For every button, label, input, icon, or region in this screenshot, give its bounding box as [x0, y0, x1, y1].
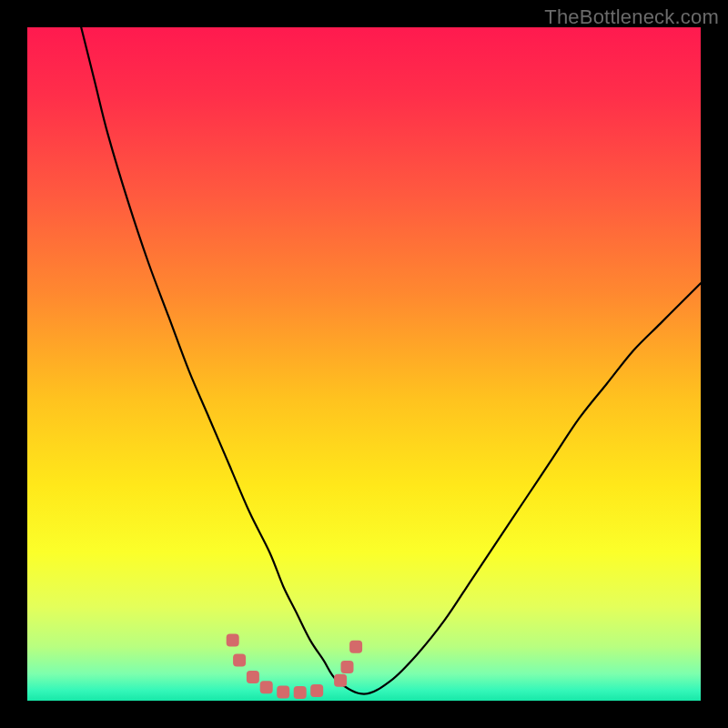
plot-area — [27, 27, 701, 701]
marker-dot — [294, 686, 307, 699]
chart-frame: TheBottleneck.com — [0, 0, 728, 728]
gradient-background — [27, 27, 701, 701]
marker-dot — [233, 654, 246, 667]
marker-dot — [247, 671, 259, 683]
marker-dot — [341, 661, 354, 673]
marker-dot — [277, 685, 289, 698]
watermark-text: TheBottleneck.com — [544, 5, 719, 29]
marker-dot — [227, 633, 239, 646]
marker-dot — [260, 681, 273, 693]
marker-dot — [310, 684, 323, 697]
marker-dot — [334, 674, 347, 687]
marker-dot — [349, 641, 362, 653]
plot-svg — [27, 27, 701, 701]
